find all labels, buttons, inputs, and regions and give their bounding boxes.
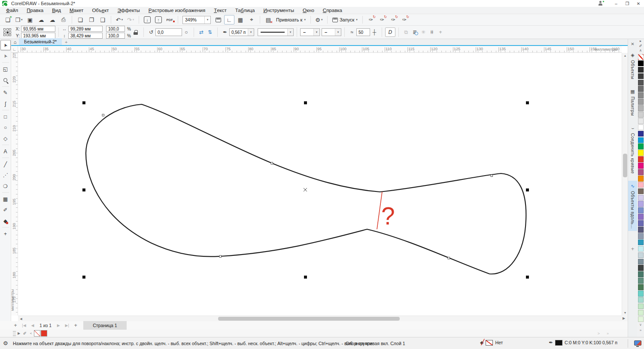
docker-tab-objects-along[interactable]: ∿Объекты вдоль... [628, 181, 638, 231]
selection-handle-middle-left[interactable] [82, 188, 85, 191]
end-arrowhead-combo[interactable]: – ▾ [322, 28, 341, 36]
drag-handle[interactable] [13, 331, 16, 336]
palette-swatch-00a651[interactable] [638, 143, 644, 149]
ruler-origin-button[interactable]: ∟ [11, 46, 18, 53]
scroll-right-icon[interactable]: > [598, 331, 600, 336]
save-to-cloud-button[interactable]: ☁ [47, 15, 58, 24]
vertical-scrollbar[interactable]: ▲ ▼ [622, 53, 628, 316]
palette-swatch-c6eef2[interactable] [638, 246, 644, 252]
ellipse-tool-button[interactable]: ○ [0, 122, 11, 133]
selection-handle-top-left[interactable] [82, 101, 85, 104]
menu-item-help[interactable]: Справка [319, 7, 346, 14]
redo-button[interactable]: ↷▾ [125, 15, 136, 24]
save-button[interactable]: ▣ [25, 15, 35, 24]
text-wrap-button[interactable]: ≣ [410, 27, 419, 37]
selection-handle-bottom-middle[interactable] [304, 276, 307, 279]
group-objects-button[interactable]: ⧉ [402, 27, 410, 37]
palette-swatch-d5cdec[interactable] [638, 195, 644, 201]
menu-item-text[interactable]: Текст [210, 7, 231, 14]
palette-swatch-8a8a8a[interactable] [638, 92, 644, 98]
expand-right-icon[interactable]: ▶ [16, 331, 22, 335]
blend-button[interactable]: ✳ [419, 27, 428, 37]
object-properties-button[interactable]: ⍿⍿ [428, 27, 436, 37]
home-icon[interactable]: ⌂ [11, 39, 19, 45]
shape-tool-button[interactable]: ➤ [0, 51, 11, 61]
palette-swatch-b3a7e3[interactable] [638, 201, 644, 207]
add-page-button[interactable]: + [11, 322, 20, 329]
collab-tool-1-button[interactable]: ✑ [366, 15, 376, 24]
mirror-horizontal-button[interactable]: ⇄ [197, 27, 206, 37]
palette-swatch-f18a00[interactable] [638, 176, 644, 182]
polygon-tool-button[interactable]: ◇ [0, 134, 11, 144]
palette-swatch-cfcfcf[interactable] [638, 112, 644, 118]
collab-tool-3-button[interactable]: ✑ [388, 15, 398, 24]
text-tool-button[interactable]: А [0, 146, 11, 157]
customize-plus-button[interactable]: + [436, 27, 445, 37]
snap-to-dropdown[interactable]: Привязать к ▾ [274, 15, 307, 24]
eyedropper-tool-button[interactable]: ✐ [0, 205, 11, 215]
crop-tool-button[interactable]: ◱ [0, 64, 11, 74]
docker-tab-join-curves[interactable]: ⌣Соединить кривые [628, 123, 638, 176]
scale-x-field[interactable]: 100,0 [106, 26, 125, 32]
launch-dropdown[interactable]: Запуск ▾ [331, 15, 359, 24]
palette-swatch-none[interactable] [638, 54, 644, 60]
horizontal-scrollbar[interactable]: ◀ [18, 316, 628, 321]
palette-swatch-fff200[interactable] [638, 150, 644, 156]
x-position-field[interactable]: 93,955 мм [21, 26, 55, 32]
selection-handle-middle-right[interactable] [526, 188, 529, 191]
palette-swatch-e2342a[interactable] [638, 156, 644, 162]
palette-swatch-7e919b[interactable] [638, 259, 644, 265]
rotation-angle-field[interactable]: 0,0 [155, 28, 182, 36]
palette-swatch-69d1c8[interactable] [638, 291, 644, 297]
palette-swatch-8f9cb0[interactable] [638, 233, 644, 239]
smoothing-slider-icon[interactable]: ┼ [370, 27, 379, 37]
next-page-icon[interactable]: ▶ [54, 322, 63, 329]
open-button[interactable]: ❒▾ [14, 15, 24, 24]
mirror-vertical-button[interactable]: ⇅ [206, 27, 214, 37]
copy-button[interactable]: ❐ [86, 15, 97, 24]
palette-swatch-3e4342[interactable] [638, 265, 644, 271]
palette-swatch-b5b5b5[interactable] [638, 105, 644, 111]
horizontal-scroll-thumb[interactable] [218, 317, 400, 321]
freehand-tool-button[interactable]: ✎ [0, 88, 11, 98]
new-document-button[interactable]: ❏ [3, 15, 13, 24]
menu-item-file[interactable]: Файл [2, 7, 22, 14]
palette-swatch-e50d7e[interactable] [638, 163, 644, 169]
cut-button[interactable]: ❏ [75, 15, 85, 24]
selection-handle-top-middle[interactable] [304, 101, 307, 104]
palette-scroll-up-icon[interactable]: ∧ [639, 49, 642, 53]
palette-swatch-d6f0d1[interactable] [638, 310, 644, 316]
selection-handle-bottom-right[interactable] [526, 276, 529, 279]
scroll-left-icon[interactable]: < [28, 331, 34, 335]
artistic-media-tool-button[interactable]: ʃ [0, 99, 11, 109]
snap-off-button[interactable]: ▤ [263, 15, 273, 24]
connector-tool-button[interactable]: ⋰ [0, 170, 11, 180]
docker-tab-objects[interactable]: ◈Объекты [628, 50, 638, 82]
outline-color-swatch[interactable] [555, 340, 562, 346]
expand-icon[interactable]: » [607, 331, 609, 336]
drawing-canvas[interactable]: ? [18, 53, 622, 316]
drop-shadow-tool-button[interactable]: ❍ [0, 181, 11, 191]
palette-swatch-e3f5dc[interactable] [638, 316, 644, 322]
line-tool-button[interactable]: ╱ [0, 159, 11, 170]
palette-expand-icon[interactable]: ▸ [640, 39, 641, 44]
doc-palette-swatch-none[interactable] [34, 330, 40, 337]
sign-in-icon[interactable] [598, 1, 605, 6]
show-rulers-button[interactable]: ∟ [224, 15, 234, 24]
menu-item-window[interactable]: Окно [298, 7, 319, 14]
close-curve-button[interactable]: D [385, 27, 395, 37]
print-button[interactable]: ⎙ [58, 15, 69, 24]
vertical-scroll-thumb[interactable] [623, 154, 627, 177]
doc-palette-swatch-red[interactable] [41, 330, 47, 337]
selection-handle-bottom-left[interactable] [82, 276, 85, 279]
undo-button[interactable]: ↶▾ [114, 15, 125, 24]
palette-swatch-2e3192[interactable] [638, 131, 644, 137]
palette-swatch-49796a[interactable] [638, 271, 644, 277]
palette-swatch-2d9cbe[interactable] [638, 240, 644, 246]
y-position-field[interactable]: 193,965 мм [21, 33, 55, 39]
palette-swatch-796a60[interactable] [638, 188, 644, 194]
scroll-down-icon[interactable]: ▼ [622, 310, 628, 316]
page-tab[interactable]: Страница 1 [83, 321, 126, 330]
palette-swatch-60917f[interactable] [638, 278, 644, 284]
add-page-after-button[interactable]: + [71, 322, 80, 329]
